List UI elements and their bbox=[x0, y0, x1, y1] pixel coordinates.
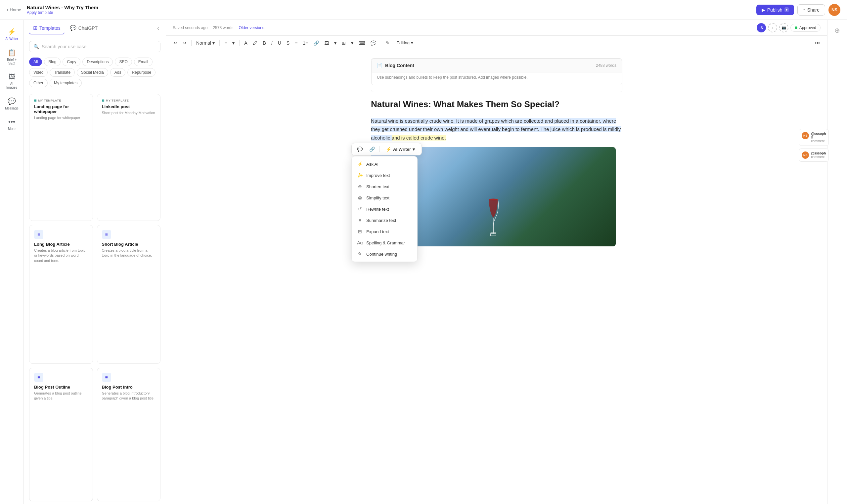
more-toolbar-button[interactable]: ••• bbox=[813, 39, 822, 47]
format-dropdown[interactable]: Normal ▾ bbox=[194, 39, 217, 47]
align-button[interactable]: ≡ bbox=[222, 39, 229, 47]
avatar-is[interactable]: IS bbox=[757, 23, 766, 32]
article-title[interactable]: Natural Wines: What Makes Them So Specia… bbox=[371, 99, 622, 110]
filter-chip-seo[interactable]: SEO bbox=[115, 57, 132, 66]
image-button[interactable]: 🖼 bbox=[322, 39, 331, 47]
menu-item-spelling-grammar[interactable]: Aα Spelling & Grammar bbox=[352, 237, 417, 248]
share-icon: ↑ bbox=[803, 7, 805, 13]
numbered-list-button[interactable]: 1≡ bbox=[301, 39, 310, 47]
template-card-blog-intro[interactable]: ≡ Blog Post Intro Generates a blog intro… bbox=[97, 368, 161, 501]
redo-button[interactable]: ↪ bbox=[181, 39, 189, 47]
comment-item: NS @sssoph 8 comment bbox=[799, 129, 829, 146]
highlight-button[interactable]: 🖊 bbox=[251, 39, 259, 47]
sidebar-item-message[interactable]: 💬 Message bbox=[2, 94, 22, 113]
sidebar-item-ai-images[interactable]: 🖼 AI Images bbox=[2, 70, 22, 92]
filter-chip-blog[interactable]: Blog bbox=[44, 57, 60, 66]
bold-button[interactable]: B bbox=[261, 39, 268, 47]
comment-text: 8 comment bbox=[811, 136, 826, 143]
filter-chip-copy[interactable]: Copy bbox=[63, 57, 81, 66]
add-comment-button[interactable]: ⊕ bbox=[833, 25, 841, 36]
menu-item-ask-ai[interactable]: ⚡ Ask AI bbox=[352, 158, 417, 170]
status-badge[interactable]: Approved bbox=[790, 24, 820, 32]
undo-button[interactable]: ↩ bbox=[171, 39, 179, 47]
older-versions-link[interactable]: Older versions bbox=[239, 25, 264, 30]
filter-chip-ads[interactable]: Ads bbox=[110, 68, 126, 77]
template-card-long-blog[interactable]: ≡ Long Blog Article Creates a blog artic… bbox=[29, 225, 93, 364]
home-link[interactable]: ‹ Home bbox=[6, 7, 21, 13]
align-chevron-button[interactable]: ▾ bbox=[230, 39, 236, 47]
menu-item-continue-writing[interactable]: ✎ Continue writing bbox=[352, 248, 417, 259]
link-toolbar-btn[interactable]: 🔗 bbox=[367, 145, 377, 153]
avatar-add[interactable]: + bbox=[768, 23, 777, 32]
pencil-button[interactable]: ✎ bbox=[384, 39, 392, 47]
spelling-grammar-icon: Aα bbox=[357, 240, 363, 246]
link-button[interactable]: 🔗 bbox=[311, 39, 321, 47]
ai-writer-toolbar-btn[interactable]: ⚡ AI Writer ▾ bbox=[383, 145, 418, 153]
filter-chip-all[interactable]: All bbox=[29, 57, 42, 66]
editing-chevron-icon: ▾ bbox=[411, 40, 413, 45]
tab-templates[interactable]: ⊞ Templates bbox=[29, 22, 65, 34]
search-input[interactable] bbox=[42, 44, 156, 49]
menu-item-summarize-text[interactable]: ≡ Summarize text bbox=[352, 215, 417, 226]
menu-item-improve-text[interactable]: ✨ Improve text bbox=[352, 170, 417, 181]
strikethrough-button[interactable]: S bbox=[284, 39, 292, 47]
template-card-short-blog[interactable]: ≡ Short Blog Article Creates a blog arti… bbox=[97, 225, 161, 364]
menu-label-rewrite-text: Rewrite text bbox=[366, 207, 389, 212]
share-button[interactable]: ↑ Share bbox=[797, 4, 825, 16]
table-button[interactable]: ⊞ bbox=[340, 39, 348, 47]
comment-avatar: NS bbox=[802, 132, 809, 139]
filter-chip-my-templates[interactable]: My templates bbox=[50, 79, 82, 87]
comment-toolbar-btn[interactable]: 💬 bbox=[355, 145, 365, 153]
sidebar-item-more[interactable]: ••• More bbox=[2, 115, 22, 133]
filter-chip-repurpose[interactable]: Repurpose bbox=[127, 68, 156, 77]
template-card-linkedin[interactable]: ⊞ MY TEMPLATE LinkedIn post Short post f… bbox=[97, 94, 161, 221]
table-chevron-button[interactable]: ▾ bbox=[349, 39, 355, 47]
editing-mode-button[interactable]: Editing ▾ bbox=[393, 39, 417, 47]
image-chevron-button[interactable]: ▾ bbox=[332, 39, 338, 47]
more-icon: ••• bbox=[8, 118, 15, 126]
menu-item-simplify-text[interactable]: ◎ Simplify text bbox=[352, 192, 417, 203]
apply-template-link[interactable]: Apply template bbox=[27, 10, 98, 15]
ai-dropdown-menu: ⚡ Ask AI ✨ Improve text ⊕ Shorten text ◎… bbox=[351, 156, 418, 262]
template-desc: Generates a blog introductory paragraph … bbox=[102, 391, 156, 401]
publish-button[interactable]: ▶ Publish ▾ bbox=[756, 5, 794, 15]
sidebar-item-brief-seo[interactable]: 📋 Brief + SEO bbox=[2, 46, 22, 68]
doc-info: Natural Wines - Why Try Them Apply templ… bbox=[27, 5, 98, 15]
filter-chip-video[interactable]: Video bbox=[29, 68, 48, 77]
code-button[interactable]: ⌨ bbox=[357, 39, 367, 47]
font-color-button[interactable]: A bbox=[242, 39, 249, 47]
underline-button[interactable]: U bbox=[276, 39, 283, 47]
filter-chip-translate[interactable]: Translate bbox=[50, 68, 75, 77]
chatgpt-icon: 💬 bbox=[70, 25, 76, 31]
comment-content: @sssoph comment bbox=[811, 151, 826, 159]
template-icon: ≡ bbox=[34, 230, 43, 239]
menu-item-expand-text[interactable]: ⊞ Expand text bbox=[352, 226, 417, 237]
user-avatar[interactable]: NS bbox=[828, 4, 841, 16]
template-icon: ≡ bbox=[102, 373, 111, 382]
templates-icon: ⊞ bbox=[33, 25, 37, 31]
doc-title: Natural Wines - Why Try Them bbox=[27, 5, 98, 10]
filter-chip-other[interactable]: Other bbox=[29, 79, 48, 87]
template-desc: Landing page for whitepaper bbox=[34, 115, 88, 120]
publish-dropdown-arrow[interactable]: ▾ bbox=[784, 7, 789, 12]
bullet-list-button[interactable]: ≡ bbox=[293, 39, 299, 47]
sidebar-item-ai-writer[interactable]: ⚡ AI Writer bbox=[2, 25, 22, 43]
italic-button[interactable]: I bbox=[269, 39, 275, 47]
editor-content[interactable]: 📄 Blog Content 2488 words Use subheading… bbox=[166, 50, 827, 504]
template-card-landing-page[interactable]: ⊞ MY TEMPLATE Landing page for whitepape… bbox=[29, 94, 93, 221]
wine-glass-svg bbox=[484, 194, 502, 246]
sidebar-item-label: AI Images bbox=[5, 82, 19, 89]
menu-item-rewrite-text[interactable]: ↺ Rewrite text bbox=[352, 203, 417, 215]
panel-collapse-button[interactable]: ‹ bbox=[156, 23, 160, 33]
tab-chatgpt[interactable]: 💬 ChatGPT bbox=[66, 22, 102, 34]
article-body[interactable]: Natural wine is essentially crude wine. … bbox=[371, 117, 622, 142]
filter-chip-social-media[interactable]: Social Media bbox=[77, 68, 108, 77]
template-card-blog-outline[interactable]: ≡ Blog Post Outline Generates a blog pos… bbox=[29, 368, 93, 501]
filter-chip-email[interactable]: Email bbox=[134, 57, 153, 66]
avatar-camera[interactable]: 📷 bbox=[779, 23, 789, 32]
comment-button[interactable]: 💬 bbox=[369, 39, 378, 47]
blog-content-header: 📄 Blog Content 2488 words bbox=[371, 58, 622, 72]
filter-chip-descriptions[interactable]: Descriptions bbox=[82, 57, 113, 66]
menu-item-shorten-text[interactable]: ⊕ Shorten text bbox=[352, 181, 417, 192]
ai-floating-toolbar[interactable]: 💬 🔗 ⚡ AI Writer ▾ bbox=[351, 143, 422, 156]
